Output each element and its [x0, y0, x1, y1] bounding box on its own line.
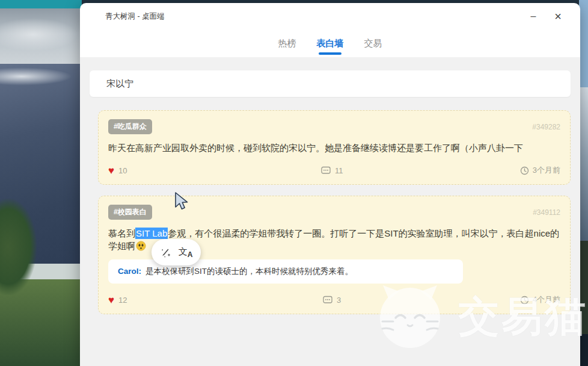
screen: 青大树洞 - 桌面端 – × 热榜 表白墙 交易 #吃瓜群众 #349282 昨… [0, 0, 588, 366]
bg-snow-patch [0, 67, 72, 85]
comment-button[interactable]: 3 [257, 296, 406, 305]
text-selection-popup: 文A [152, 239, 201, 265]
window-title: 青大树洞 - 桌面端 [105, 11, 165, 22]
content-area: #吃瓜群众 #349282 昨天在高新产业园取外卖的时候，碰到软院的宋以宁。她是… [80, 57, 580, 366]
window-controls: – × [527, 10, 565, 23]
post-tag-badge: #吃瓜群众 [108, 119, 152, 134]
tab-bar: 热榜 表白墙 交易 [80, 29, 580, 57]
tab-trade[interactable]: 交易 [364, 38, 382, 49]
minimize-button[interactable]: – [527, 11, 539, 22]
bg-right-mountain [579, 87, 588, 241]
post-footer: ♥ 10 11 [108, 165, 560, 176]
post-footer: ♥ 12 3 4 [108, 294, 560, 305]
post-card[interactable]: #吃瓜群众 #349282 昨天在高新产业园取外卖的时候，碰到软院的宋以宁。她是… [98, 110, 571, 185]
comment-count: 11 [335, 166, 343, 175]
bg-right-trees [579, 241, 588, 334]
comment-author[interactable]: Carol: [118, 267, 141, 276]
magic-pen-icon[interactable] [160, 247, 171, 258]
bg-tree [0, 199, 37, 295]
post-tag-badge: #校园表白 [108, 205, 152, 220]
comment-bubble-icon [321, 166, 331, 175]
time-label: 3个月前 [533, 165, 560, 176]
search-input[interactable] [90, 70, 571, 97]
tab-hot-list[interactable]: 热榜 [278, 38, 296, 49]
bg-right-dark [579, 334, 588, 366]
mouse-cursor-icon [173, 191, 190, 211]
comment-text: 是本校保研到SIT的读硕士的，本科时候就特别优秀来着。 [145, 267, 353, 276]
like-button[interactable]: ♥ 10 [108, 166, 257, 176]
like-button[interactable]: ♥ 12 [108, 295, 257, 305]
clock-icon [520, 296, 529, 305]
post-id: #349282 [532, 123, 560, 131]
comment-count: 3 [337, 296, 341, 305]
like-count: 10 [118, 166, 127, 175]
bg-teal-sky [0, 0, 82, 8]
clock-icon [520, 166, 529, 175]
background-photo-left [0, 0, 82, 366]
post-text-segment: 慕名到 [108, 228, 135, 238]
like-count: 12 [118, 296, 127, 305]
post-time: 3个月前 [406, 165, 560, 176]
post-header: #吃瓜群众 #349282 [108, 119, 560, 134]
selected-text[interactable]: SIT Lab [135, 228, 168, 239]
tab-confession-wall[interactable]: 表白墙 [317, 38, 344, 49]
post-text: 昨天在高新产业园取外卖的时候，碰到软院的宋以宁。她是准备继续读博还是要工作了啊（… [108, 141, 560, 154]
translate-icon[interactable]: 文A [179, 247, 193, 258]
heart-icon: ♥ [108, 295, 114, 305]
comment-bubble-icon [323, 296, 332, 305]
background-photo-right [579, 0, 588, 366]
time-label: 4个月前 [533, 294, 560, 305]
title-bar: 青大树洞 - 桌面端 – × [80, 3, 580, 29]
comment-button[interactable]: 11 [257, 166, 406, 175]
app-window: 青大树洞 - 桌面端 – × 热榜 表白墙 交易 #吃瓜群众 #349282 昨… [80, 3, 580, 366]
close-button[interactable]: × [551, 10, 565, 23]
post-id: #349112 [533, 208, 560, 217]
post-time: 4个月前 [406, 294, 560, 305]
bg-right-sky [579, 0, 588, 87]
awkward-face-emoji [136, 241, 146, 251]
heart-icon: ♥ [108, 166, 114, 176]
